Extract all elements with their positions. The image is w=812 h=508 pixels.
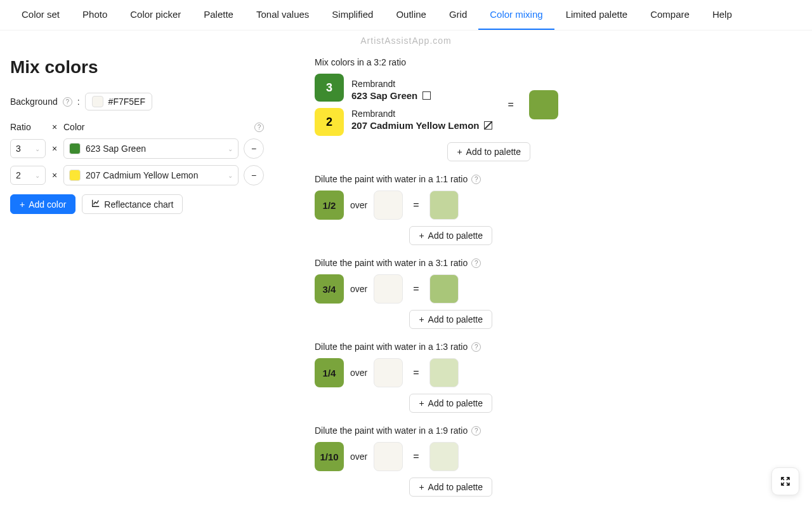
ratio-chip: 3 bbox=[315, 74, 344, 102]
nav-tab[interactable]: Photo bbox=[71, 0, 119, 30]
background-input[interactable]: #F7F5EF bbox=[85, 93, 152, 110]
equals-sign: = bbox=[413, 199, 419, 211]
color-select[interactable]: 623 Sap Green ⌄ bbox=[63, 138, 239, 159]
help-icon[interactable]: ? bbox=[471, 258, 481, 268]
help-icon[interactable]: ? bbox=[471, 342, 481, 352]
dilute-result-swatch bbox=[429, 358, 459, 387]
plus-icon: + bbox=[20, 199, 25, 210]
fullscreen-button[interactable] bbox=[771, 467, 799, 495]
color-select[interactable]: 207 Cadmium Yellow Lemon ⌄ bbox=[63, 165, 239, 185]
brand-name: Rembrandt bbox=[351, 79, 492, 89]
equals-sign: = bbox=[508, 99, 513, 110]
color-name: 207 Cadmium Yellow Lemon bbox=[351, 120, 492, 131]
over-label: over bbox=[350, 451, 367, 462]
chevron-down-icon: ⌄ bbox=[35, 172, 40, 179]
dilute-result-swatch bbox=[429, 190, 459, 220]
add-to-palette-button[interactable]: +Add to palette bbox=[409, 478, 492, 497]
dilute-result-swatch bbox=[429, 274, 459, 304]
fraction-chip: 1/10 bbox=[315, 442, 344, 471]
color-header: Color bbox=[63, 122, 249, 132]
opacity-icon bbox=[484, 121, 492, 130]
x-header: × bbox=[51, 122, 58, 132]
fraction-chip: 1/2 bbox=[315, 190, 344, 220]
nav-tab[interactable]: Simplified bbox=[320, 0, 384, 30]
color-swatch bbox=[69, 143, 81, 154]
dilute-text: Dilute the paint with water in a 1:9 rat… bbox=[315, 425, 468, 436]
equals-sign: = bbox=[413, 367, 419, 378]
page-title: Mix colors bbox=[10, 57, 264, 77]
fraction-chip: 1/4 bbox=[315, 358, 344, 387]
base-swatch bbox=[374, 190, 403, 220]
ratio-header: Ratio bbox=[10, 122, 46, 132]
base-swatch bbox=[374, 274, 403, 304]
chevron-down-icon: ⌄ bbox=[35, 145, 40, 152]
fraction-chip: 3/4 bbox=[315, 274, 344, 304]
background-swatch bbox=[92, 96, 103, 107]
brand-name: Rembrandt bbox=[351, 109, 492, 119]
help-icon[interactable]: ? bbox=[63, 97, 72, 107]
color-name: 623 Sap Green bbox=[86, 144, 146, 154]
help-icon[interactable]: ? bbox=[471, 426, 481, 436]
plus-icon: + bbox=[419, 314, 424, 324]
dilute-text: Dilute the paint with water in a 3:1 rat… bbox=[315, 258, 468, 268]
mix-result-swatch bbox=[529, 90, 558, 119]
add-to-palette-button[interactable]: +Add to palette bbox=[409, 394, 492, 413]
add-to-palette-button[interactable]: +Add to palette bbox=[409, 310, 492, 329]
nav-tab[interactable]: Limited palette bbox=[554, 0, 639, 30]
chevron-down-icon: ⌄ bbox=[228, 172, 233, 179]
color-name: 207 Cadmium Yellow Lemon bbox=[86, 170, 198, 180]
plus-icon: + bbox=[419, 231, 424, 241]
equals-sign: = bbox=[413, 451, 419, 462]
remove-button[interactable]: − bbox=[244, 165, 264, 185]
plus-icon: + bbox=[457, 147, 462, 157]
ratio-select[interactable]: 2⌄ bbox=[10, 166, 46, 185]
background-label: Background bbox=[10, 97, 58, 107]
minus-icon: − bbox=[251, 170, 256, 180]
over-label: over bbox=[350, 200, 367, 210]
over-label: over bbox=[350, 368, 367, 378]
opacity-icon bbox=[422, 91, 431, 100]
nav-tab[interactable]: Palette bbox=[192, 0, 245, 30]
nav-tab[interactable]: Color picker bbox=[119, 0, 192, 30]
plus-icon: + bbox=[419, 398, 424, 408]
minus-icon: − bbox=[251, 144, 256, 154]
plus-icon: + bbox=[419, 482, 424, 492]
over-label: over bbox=[350, 284, 367, 294]
nav-tab[interactable]: Color set bbox=[10, 0, 71, 30]
chevron-down-icon: ⌄ bbox=[228, 145, 233, 152]
reflectance-chart-button[interactable]: Reflectance chart bbox=[82, 194, 183, 214]
nav-tab[interactable]: Outline bbox=[384, 0, 438, 30]
top-nav: Color setPhotoColor pickerPaletteTonal v… bbox=[0, 0, 812, 30]
nav-tab[interactable]: Help bbox=[701, 0, 743, 30]
ratio-chip: 2 bbox=[315, 108, 344, 136]
base-swatch bbox=[374, 358, 403, 387]
dilute-text: Dilute the paint with water in a 1:3 rat… bbox=[315, 342, 468, 352]
watermark: ArtistAssistApp.com bbox=[0, 30, 812, 46]
nav-tab[interactable]: Tonal values bbox=[245, 0, 320, 30]
base-swatch bbox=[374, 442, 403, 471]
dilute-text: Dilute the paint with water in a 1:1 rat… bbox=[315, 174, 468, 184]
equals-sign: = bbox=[413, 283, 419, 295]
add-color-button[interactable]: + Add color bbox=[10, 194, 75, 214]
mix-heading: Mix colors in a 3:2 ratio bbox=[315, 57, 802, 67]
nav-tab[interactable]: Compare bbox=[639, 0, 701, 30]
help-icon[interactable]: ? bbox=[471, 175, 481, 184]
color-swatch bbox=[69, 170, 81, 181]
nav-tab[interactable]: Color mixing bbox=[478, 0, 554, 30]
chart-icon bbox=[91, 199, 100, 210]
dilute-result-swatch bbox=[429, 442, 459, 471]
help-icon[interactable]: ? bbox=[254, 123, 264, 132]
nav-tab[interactable]: Grid bbox=[438, 0, 478, 30]
ratio-select[interactable]: 3⌄ bbox=[10, 139, 46, 158]
add-to-palette-button[interactable]: +Add to palette bbox=[409, 226, 492, 245]
remove-button[interactable]: − bbox=[244, 138, 264, 159]
color-name: 623 Sap Green bbox=[351, 90, 492, 101]
background-value: #F7F5EF bbox=[108, 97, 145, 107]
add-to-palette-button[interactable]: + Add to palette bbox=[447, 142, 530, 161]
